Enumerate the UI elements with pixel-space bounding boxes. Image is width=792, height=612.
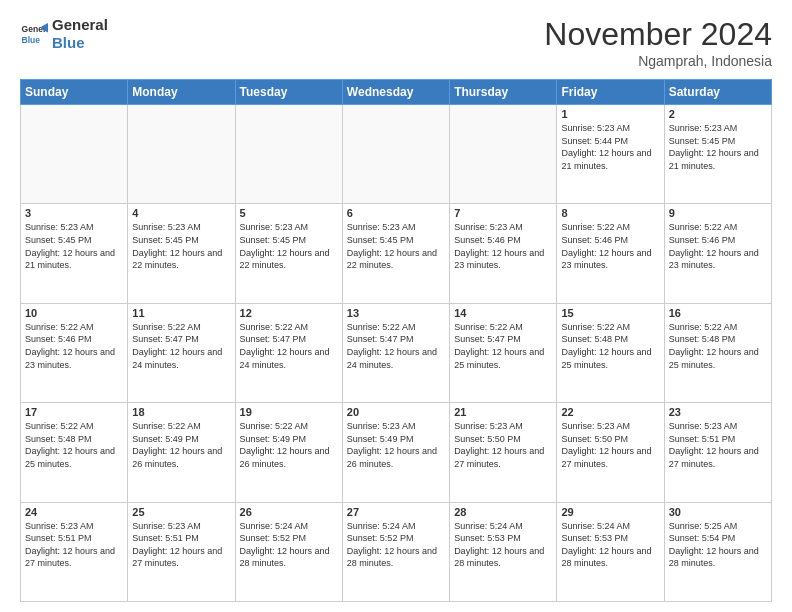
calendar-cell-w5-d6: 30Sunrise: 5:25 AM Sunset: 5:54 PM Dayli…	[664, 502, 771, 601]
calendar-cell-w1-d6: 2Sunrise: 5:23 AM Sunset: 5:45 PM Daylig…	[664, 105, 771, 204]
calendar-cell-w3-d3: 13Sunrise: 5:22 AM Sunset: 5:47 PM Dayli…	[342, 303, 449, 402]
day-number: 7	[454, 207, 552, 219]
day-number: 18	[132, 406, 230, 418]
calendar-cell-w3-d1: 11Sunrise: 5:22 AM Sunset: 5:47 PM Dayli…	[128, 303, 235, 402]
day-info: Sunrise: 5:23 AM Sunset: 5:51 PM Dayligh…	[132, 520, 230, 570]
day-number: 2	[669, 108, 767, 120]
day-number: 23	[669, 406, 767, 418]
calendar-table: Sunday Monday Tuesday Wednesday Thursday…	[20, 79, 772, 602]
day-number: 13	[347, 307, 445, 319]
day-number: 3	[25, 207, 123, 219]
day-info: Sunrise: 5:23 AM Sunset: 5:49 PM Dayligh…	[347, 420, 445, 470]
calendar-cell-w5-d3: 27Sunrise: 5:24 AM Sunset: 5:52 PM Dayli…	[342, 502, 449, 601]
day-number: 6	[347, 207, 445, 219]
calendar-cell-w4-d1: 18Sunrise: 5:22 AM Sunset: 5:49 PM Dayli…	[128, 403, 235, 502]
calendar-cell-w2-d1: 4Sunrise: 5:23 AM Sunset: 5:45 PM Daylig…	[128, 204, 235, 303]
calendar-cell-w2-d2: 5Sunrise: 5:23 AM Sunset: 5:45 PM Daylig…	[235, 204, 342, 303]
page: General Blue General Blue November 2024 …	[0, 0, 792, 612]
calendar-cell-w5-d1: 25Sunrise: 5:23 AM Sunset: 5:51 PM Dayli…	[128, 502, 235, 601]
logo-icon: General Blue	[20, 20, 48, 48]
week-row-1: 1Sunrise: 5:23 AM Sunset: 5:44 PM Daylig…	[21, 105, 772, 204]
day-number: 25	[132, 506, 230, 518]
header-friday: Friday	[557, 80, 664, 105]
calendar-cell-w5-d4: 28Sunrise: 5:24 AM Sunset: 5:53 PM Dayli…	[450, 502, 557, 601]
day-info: Sunrise: 5:23 AM Sunset: 5:50 PM Dayligh…	[454, 420, 552, 470]
day-number: 11	[132, 307, 230, 319]
day-number: 1	[561, 108, 659, 120]
header-wednesday: Wednesday	[342, 80, 449, 105]
calendar-cell-w2-d3: 6Sunrise: 5:23 AM Sunset: 5:45 PM Daylig…	[342, 204, 449, 303]
header-thursday: Thursday	[450, 80, 557, 105]
day-info: Sunrise: 5:22 AM Sunset: 5:46 PM Dayligh…	[669, 221, 767, 271]
day-info: Sunrise: 5:24 AM Sunset: 5:52 PM Dayligh…	[240, 520, 338, 570]
calendar-cell-w1-d4	[450, 105, 557, 204]
day-number: 8	[561, 207, 659, 219]
day-number: 16	[669, 307, 767, 319]
calendar-cell-w1-d1	[128, 105, 235, 204]
day-number: 17	[25, 406, 123, 418]
calendar-cell-w2-d6: 9Sunrise: 5:22 AM Sunset: 5:46 PM Daylig…	[664, 204, 771, 303]
calendar-cell-w5-d0: 24Sunrise: 5:23 AM Sunset: 5:51 PM Dayli…	[21, 502, 128, 601]
calendar-cell-w5-d2: 26Sunrise: 5:24 AM Sunset: 5:52 PM Dayli…	[235, 502, 342, 601]
day-info: Sunrise: 5:22 AM Sunset: 5:49 PM Dayligh…	[132, 420, 230, 470]
day-info: Sunrise: 5:22 AM Sunset: 5:47 PM Dayligh…	[347, 321, 445, 371]
day-info: Sunrise: 5:22 AM Sunset: 5:48 PM Dayligh…	[25, 420, 123, 470]
day-number: 10	[25, 307, 123, 319]
header-saturday: Saturday	[664, 80, 771, 105]
day-info: Sunrise: 5:22 AM Sunset: 5:47 PM Dayligh…	[132, 321, 230, 371]
day-info: Sunrise: 5:23 AM Sunset: 5:51 PM Dayligh…	[25, 520, 123, 570]
calendar-cell-w3-d6: 16Sunrise: 5:22 AM Sunset: 5:48 PM Dayli…	[664, 303, 771, 402]
calendar-header-row: Sunday Monday Tuesday Wednesday Thursday…	[21, 80, 772, 105]
week-row-4: 17Sunrise: 5:22 AM Sunset: 5:48 PM Dayli…	[21, 403, 772, 502]
week-row-3: 10Sunrise: 5:22 AM Sunset: 5:46 PM Dayli…	[21, 303, 772, 402]
calendar-cell-w4-d6: 23Sunrise: 5:23 AM Sunset: 5:51 PM Dayli…	[664, 403, 771, 502]
calendar-cell-w3-d4: 14Sunrise: 5:22 AM Sunset: 5:47 PM Dayli…	[450, 303, 557, 402]
day-info: Sunrise: 5:22 AM Sunset: 5:48 PM Dayligh…	[669, 321, 767, 371]
calendar-cell-w4-d2: 19Sunrise: 5:22 AM Sunset: 5:49 PM Dayli…	[235, 403, 342, 502]
calendar-cell-w3-d0: 10Sunrise: 5:22 AM Sunset: 5:46 PM Dayli…	[21, 303, 128, 402]
header-sunday: Sunday	[21, 80, 128, 105]
day-number: 4	[132, 207, 230, 219]
calendar-cell-w2-d0: 3Sunrise: 5:23 AM Sunset: 5:45 PM Daylig…	[21, 204, 128, 303]
calendar-cell-w1-d3	[342, 105, 449, 204]
location: Ngamprah, Indonesia	[544, 53, 772, 69]
day-number: 30	[669, 506, 767, 518]
day-number: 14	[454, 307, 552, 319]
calendar-cell-w4-d3: 20Sunrise: 5:23 AM Sunset: 5:49 PM Dayli…	[342, 403, 449, 502]
day-info: Sunrise: 5:23 AM Sunset: 5:45 PM Dayligh…	[240, 221, 338, 271]
day-info: Sunrise: 5:22 AM Sunset: 5:46 PM Dayligh…	[561, 221, 659, 271]
day-number: 29	[561, 506, 659, 518]
day-info: Sunrise: 5:22 AM Sunset: 5:47 PM Dayligh…	[454, 321, 552, 371]
day-number: 24	[25, 506, 123, 518]
header: General Blue General Blue November 2024 …	[20, 16, 772, 69]
header-monday: Monday	[128, 80, 235, 105]
calendar-cell-w2-d4: 7Sunrise: 5:23 AM Sunset: 5:46 PM Daylig…	[450, 204, 557, 303]
day-info: Sunrise: 5:24 AM Sunset: 5:53 PM Dayligh…	[454, 520, 552, 570]
calendar-cell-w1-d2	[235, 105, 342, 204]
logo: General Blue General Blue	[20, 16, 108, 52]
day-info: Sunrise: 5:23 AM Sunset: 5:45 PM Dayligh…	[132, 221, 230, 271]
day-info: Sunrise: 5:23 AM Sunset: 5:46 PM Dayligh…	[454, 221, 552, 271]
month-title: November 2024	[544, 16, 772, 53]
day-number: 5	[240, 207, 338, 219]
day-info: Sunrise: 5:22 AM Sunset: 5:49 PM Dayligh…	[240, 420, 338, 470]
title-block: November 2024 Ngamprah, Indonesia	[544, 16, 772, 69]
calendar-cell-w1-d5: 1Sunrise: 5:23 AM Sunset: 5:44 PM Daylig…	[557, 105, 664, 204]
week-row-5: 24Sunrise: 5:23 AM Sunset: 5:51 PM Dayli…	[21, 502, 772, 601]
day-info: Sunrise: 5:25 AM Sunset: 5:54 PM Dayligh…	[669, 520, 767, 570]
day-info: Sunrise: 5:22 AM Sunset: 5:48 PM Dayligh…	[561, 321, 659, 371]
svg-text:Blue: Blue	[22, 35, 41, 45]
day-info: Sunrise: 5:22 AM Sunset: 5:47 PM Dayligh…	[240, 321, 338, 371]
day-info: Sunrise: 5:24 AM Sunset: 5:53 PM Dayligh…	[561, 520, 659, 570]
day-info: Sunrise: 5:22 AM Sunset: 5:46 PM Dayligh…	[25, 321, 123, 371]
day-info: Sunrise: 5:24 AM Sunset: 5:52 PM Dayligh…	[347, 520, 445, 570]
logo-text: General Blue	[52, 16, 108, 52]
day-number: 28	[454, 506, 552, 518]
day-number: 27	[347, 506, 445, 518]
day-info: Sunrise: 5:23 AM Sunset: 5:45 PM Dayligh…	[25, 221, 123, 271]
day-number: 21	[454, 406, 552, 418]
day-info: Sunrise: 5:23 AM Sunset: 5:51 PM Dayligh…	[669, 420, 767, 470]
calendar-cell-w4-d5: 22Sunrise: 5:23 AM Sunset: 5:50 PM Dayli…	[557, 403, 664, 502]
calendar-cell-w1-d0	[21, 105, 128, 204]
day-number: 20	[347, 406, 445, 418]
